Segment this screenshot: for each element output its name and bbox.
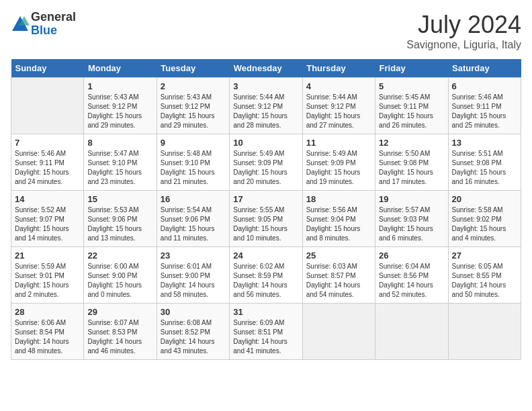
day-number: 9 (161, 138, 226, 148)
day-info: Sunrise: 6:00 AMSunset: 9:00 PMDaylight:… (87, 262, 152, 300)
day-info: Sunrise: 5:49 AMSunset: 9:09 PMDaylight:… (306, 149, 371, 187)
day-info: Sunrise: 6:05 AMSunset: 8:55 PMDaylight:… (452, 262, 517, 300)
day-number: 13 (452, 138, 517, 148)
calendar-week-row: 21Sunrise: 5:59 AMSunset: 9:01 PMDayligh… (11, 247, 521, 304)
day-info: Sunrise: 5:51 AMSunset: 9:08 PMDaylight:… (452, 149, 517, 187)
calendar-cell: 9Sunrise: 5:48 AMSunset: 9:10 PMDaylight… (157, 134, 229, 191)
calendar-cell: 6Sunrise: 5:46 AMSunset: 9:11 PMDaylight… (448, 78, 521, 134)
day-info: Sunrise: 6:06 AMSunset: 8:54 PMDaylight:… (15, 318, 80, 356)
day-number: 23 (161, 250, 226, 261)
calendar-cell: 21Sunrise: 5:59 AMSunset: 9:01 PMDayligh… (11, 247, 84, 304)
day-info: Sunrise: 5:49 AMSunset: 9:09 PMDaylight:… (233, 149, 298, 187)
calendar-cell: 7Sunrise: 5:46 AMSunset: 9:11 PMDaylight… (11, 134, 84, 191)
weekday-header: Thursday (302, 59, 375, 78)
calendar-cell: 25Sunrise: 6:03 AMSunset: 8:57 PMDayligh… (302, 247, 375, 304)
calendar-header-row: SundayMondayTuesdayWednesdayThursdayFrid… (11, 59, 521, 78)
day-info: Sunrise: 5:45 AMSunset: 9:11 PMDaylight:… (379, 93, 444, 130)
day-info: Sunrise: 6:03 AMSunset: 8:57 PMDaylight:… (306, 262, 371, 300)
calendar-cell: 10Sunrise: 5:49 AMSunset: 9:09 PMDayligh… (230, 134, 302, 191)
day-number: 27 (452, 250, 517, 261)
day-number: 1 (87, 81, 152, 91)
page-header: General Blue July 2024 Savignone, Liguri… (11, 11, 521, 51)
calendar-cell: 11Sunrise: 5:49 AMSunset: 9:09 PMDayligh… (302, 134, 375, 191)
calendar-cell: 2Sunrise: 5:43 AMSunset: 9:12 PMDaylight… (157, 78, 229, 134)
calendar-cell: 15Sunrise: 5:53 AMSunset: 9:06 PMDayligh… (84, 191, 157, 247)
calendar-cell: 8Sunrise: 5:47 AMSunset: 9:10 PMDaylight… (84, 134, 157, 191)
calendar-cell: 12Sunrise: 5:50 AMSunset: 9:08 PMDayligh… (375, 134, 448, 191)
day-info: Sunrise: 5:55 AMSunset: 9:05 PMDaylight:… (233, 205, 298, 243)
calendar-cell: 29Sunrise: 6:07 AMSunset: 8:53 PMDayligh… (84, 304, 157, 360)
day-number: 6 (452, 81, 517, 91)
weekday-header: Wednesday (230, 59, 302, 78)
day-info: Sunrise: 5:52 AMSunset: 9:07 PMDaylight:… (15, 205, 80, 243)
day-number: 10 (233, 138, 298, 148)
day-info: Sunrise: 6:04 AMSunset: 8:56 PMDaylight:… (379, 262, 444, 300)
weekday-header: Friday (375, 59, 448, 78)
calendar-cell (448, 304, 521, 360)
weekday-header: Sunday (11, 59, 84, 78)
calendar-cell: 5Sunrise: 5:45 AMSunset: 9:11 PMDaylight… (375, 78, 448, 134)
calendar-cell: 30Sunrise: 6:08 AMSunset: 8:52 PMDayligh… (157, 304, 229, 360)
day-number: 11 (306, 138, 371, 148)
day-info: Sunrise: 5:43 AMSunset: 9:12 PMDaylight:… (161, 93, 226, 130)
calendar-cell (375, 304, 448, 360)
day-info: Sunrise: 5:58 AMSunset: 9:02 PMDaylight:… (452, 205, 517, 243)
day-number: 18 (306, 194, 371, 204)
calendar-cell: 19Sunrise: 5:57 AMSunset: 9:03 PMDayligh… (375, 191, 448, 247)
day-number: 21 (15, 250, 80, 261)
day-info: Sunrise: 5:53 AMSunset: 9:06 PMDaylight:… (87, 205, 152, 243)
title-block: July 2024 Savignone, Liguria, Italy (406, 11, 521, 51)
calendar-cell: 24Sunrise: 6:02 AMSunset: 8:59 PMDayligh… (230, 247, 302, 304)
calendar-cell: 3Sunrise: 5:44 AMSunset: 9:12 PMDaylight… (230, 78, 302, 134)
location-title: Savignone, Liguria, Italy (406, 39, 521, 51)
calendar-week-row: 1Sunrise: 5:43 AMSunset: 9:12 PMDaylight… (11, 78, 521, 134)
day-info: Sunrise: 5:46 AMSunset: 9:11 PMDaylight:… (15, 149, 80, 187)
logo-general: General (31, 11, 76, 24)
day-number: 14 (15, 194, 80, 204)
logo-blue: Blue (31, 24, 76, 38)
month-title: July 2024 (406, 11, 521, 39)
day-number: 28 (15, 307, 80, 317)
day-number: 7 (15, 138, 80, 148)
day-info: Sunrise: 5:48 AMSunset: 9:10 PMDaylight:… (161, 149, 226, 187)
weekday-header: Tuesday (157, 59, 229, 78)
calendar-cell: 14Sunrise: 5:52 AMSunset: 9:07 PMDayligh… (11, 191, 84, 247)
calendar-cell: 22Sunrise: 6:00 AMSunset: 9:00 PMDayligh… (84, 247, 157, 304)
day-number: 19 (379, 194, 444, 204)
day-info: Sunrise: 5:47 AMSunset: 9:10 PMDaylight:… (87, 149, 152, 187)
day-info: Sunrise: 5:59 AMSunset: 9:01 PMDaylight:… (15, 262, 80, 300)
logo: General Blue (11, 11, 76, 38)
day-number: 22 (87, 250, 152, 261)
calendar-cell: 1Sunrise: 5:43 AMSunset: 9:12 PMDaylight… (84, 78, 157, 134)
weekday-header: Saturday (448, 59, 521, 78)
day-info: Sunrise: 6:07 AMSunset: 8:53 PMDaylight:… (87, 318, 152, 356)
calendar-week-row: 14Sunrise: 5:52 AMSunset: 9:07 PMDayligh… (11, 191, 521, 247)
calendar-cell: 17Sunrise: 5:55 AMSunset: 9:05 PMDayligh… (230, 191, 302, 247)
day-number: 26 (379, 250, 444, 261)
calendar-cell (11, 78, 84, 134)
calendar-cell: 20Sunrise: 5:58 AMSunset: 9:02 PMDayligh… (448, 191, 521, 247)
day-info: Sunrise: 5:50 AMSunset: 9:08 PMDaylight:… (379, 149, 444, 187)
calendar-cell: 23Sunrise: 6:01 AMSunset: 9:00 PMDayligh… (157, 247, 229, 304)
day-number: 8 (87, 138, 152, 148)
calendar-cell: 4Sunrise: 5:44 AMSunset: 9:12 PMDaylight… (302, 78, 375, 134)
calendar-cell: 27Sunrise: 6:05 AMSunset: 8:55 PMDayligh… (448, 247, 521, 304)
calendar-cell: 31Sunrise: 6:09 AMSunset: 8:51 PMDayligh… (230, 304, 302, 360)
day-info: Sunrise: 6:09 AMSunset: 8:51 PMDaylight:… (233, 318, 298, 356)
day-info: Sunrise: 5:44 AMSunset: 9:12 PMDaylight:… (306, 93, 371, 130)
day-number: 29 (87, 307, 152, 317)
calendar-week-row: 28Sunrise: 6:06 AMSunset: 8:54 PMDayligh… (11, 304, 521, 360)
day-number: 12 (379, 138, 444, 148)
calendar-cell: 16Sunrise: 5:54 AMSunset: 9:06 PMDayligh… (157, 191, 229, 247)
calendar-cell: 13Sunrise: 5:51 AMSunset: 9:08 PMDayligh… (448, 134, 521, 191)
day-info: Sunrise: 5:44 AMSunset: 9:12 PMDaylight:… (233, 93, 298, 130)
day-number: 31 (233, 307, 298, 317)
day-number: 4 (306, 81, 371, 91)
logo-icon (11, 15, 30, 34)
day-number: 30 (161, 307, 226, 317)
day-info: Sunrise: 5:54 AMSunset: 9:06 PMDaylight:… (161, 205, 226, 243)
day-number: 25 (306, 250, 371, 261)
calendar-cell: 28Sunrise: 6:06 AMSunset: 8:54 PMDayligh… (11, 304, 84, 360)
day-info: Sunrise: 5:43 AMSunset: 9:12 PMDaylight:… (87, 93, 152, 130)
calendar-cell (302, 304, 375, 360)
